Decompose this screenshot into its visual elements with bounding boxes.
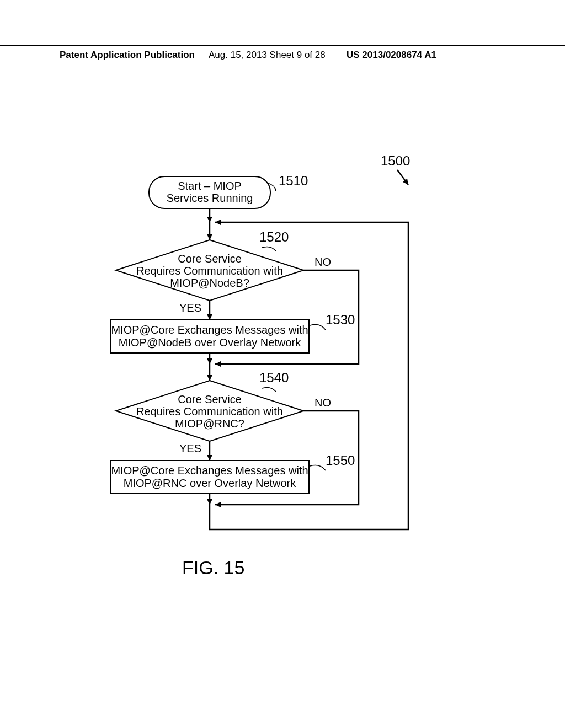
d1-l2: Requires Communication with	[136, 265, 283, 277]
start-text-l1: Start – MIOP	[178, 180, 242, 192]
ref-1520: 1520	[259, 229, 289, 244]
d1-l1: Core Service	[178, 253, 242, 265]
d2-no: NO	[315, 397, 331, 409]
d2-l3: MIOP@RNC?	[175, 417, 244, 430]
header-right: US 2013/0208674 A1	[347, 50, 436, 61]
ref-1540: 1540	[259, 370, 289, 385]
flowchart: Start – MIOP Services Running 1510 1500 …	[55, 143, 486, 546]
d2-l1: Core Service	[178, 393, 242, 405]
start-text-l2: Services Running	[167, 192, 253, 204]
header-mid: Aug. 15, 2013 Sheet 9 of 28	[209, 50, 326, 61]
d1-l3: MIOP@NodeB?	[170, 277, 249, 289]
ref-1530: 1530	[326, 312, 355, 327]
d1-no: NO	[315, 256, 331, 268]
p2-l2: MIOP@RNC over Overlay Network	[124, 477, 297, 489]
ref-1550: 1550	[326, 453, 355, 468]
d2-yes: YES	[179, 442, 201, 454]
figure-caption: FIG. 15	[182, 557, 244, 579]
d2-l2: Requires Communication with	[136, 405, 283, 417]
p1-l1: MIOP@Core Exchanges Messages with	[111, 324, 308, 336]
ref-1510: 1510	[279, 173, 308, 188]
p2-l1: MIOP@Core Exchanges Messages with	[111, 464, 308, 477]
svg-line-0	[397, 170, 408, 185]
p1-l2: MIOP@NodeB over Overlay Network	[119, 336, 301, 349]
header-left: Patent Application Publication	[60, 50, 195, 61]
ref-1500: 1500	[381, 153, 410, 168]
d1-yes: YES	[179, 302, 201, 314]
